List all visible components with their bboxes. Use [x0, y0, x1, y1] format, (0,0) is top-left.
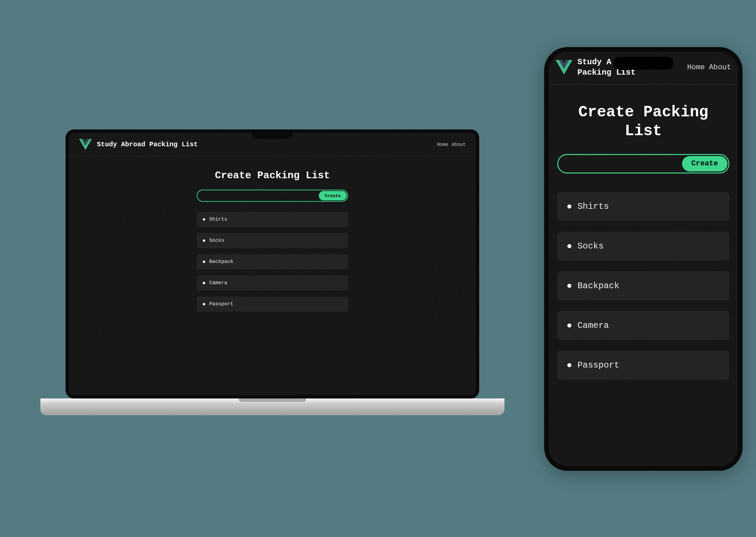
nav-home[interactable]: Home	[687, 63, 705, 72]
laptop-notch	[252, 133, 293, 139]
main-content: Create Packing List Create Shirts Socks	[69, 156, 476, 312]
item-label: Camera	[209, 280, 227, 286]
item-label: Shirts	[209, 217, 227, 222]
create-input-group: Create	[197, 190, 348, 202]
item-label: Camera	[577, 320, 609, 331]
nav-links: Home About	[687, 63, 731, 72]
vue-logo-icon	[556, 60, 572, 75]
packing-items-list: Shirts Socks Backpack Camera Passport	[557, 192, 729, 380]
item-label: Socks	[209, 238, 224, 243]
bullet-icon	[567, 204, 571, 208]
bullet-icon	[203, 303, 205, 305]
laptop-app-viewport: Study Abroad Packing List Home About Cre…	[69, 133, 476, 395]
bullet-icon	[567, 284, 571, 288]
brand[interactable]: Study Abroad Packing List	[79, 139, 198, 150]
bullet-icon	[203, 239, 205, 242]
phone-app-viewport: Study A Packing List Home About Create P…	[549, 52, 738, 466]
vue-logo-icon	[79, 139, 92, 150]
list-item[interactable]: Passport	[557, 351, 729, 380]
create-button[interactable]: Create	[319, 191, 347, 200]
list-item[interactable]: Camera	[197, 275, 348, 291]
item-label: Passport	[577, 360, 619, 370]
nav-about[interactable]: About	[452, 142, 466, 147]
app-title: Study Abroad Packing List	[97, 141, 198, 148]
phone-device-mockup: Study A Packing List Home About Create P…	[544, 47, 743, 471]
nav-about[interactable]: About	[709, 63, 731, 72]
nav-home[interactable]: Home	[437, 142, 448, 147]
phone-dynamic-island	[613, 57, 674, 70]
page-heading: Create Packing List	[557, 103, 729, 140]
app-header: Study Abroad Packing List Home About	[69, 139, 476, 156]
laptop-base	[40, 398, 504, 415]
nav-links: Home About	[437, 142, 466, 147]
bullet-icon	[203, 218, 205, 221]
create-input-group: Create	[557, 154, 729, 174]
laptop-device-mockup: Study Abroad Packing List Home About Cre…	[40, 129, 504, 435]
bullet-icon	[567, 244, 571, 248]
bullet-icon	[567, 323, 571, 328]
list-item[interactable]: Socks	[557, 232, 729, 261]
create-button[interactable]: Create	[682, 156, 727, 171]
item-label: Passport	[209, 301, 233, 307]
item-label: Backpack	[577, 281, 619, 291]
bullet-icon	[567, 363, 571, 367]
list-item[interactable]: Backpack	[197, 254, 348, 269]
item-name-input[interactable]	[558, 155, 681, 172]
bullet-icon	[203, 261, 205, 263]
item-label: Shirts	[577, 201, 609, 212]
list-item[interactable]: Shirts	[197, 212, 348, 227]
list-item[interactable]: Shirts	[557, 192, 729, 221]
item-label: Backpack	[209, 259, 233, 265]
page-heading: Create Packing List	[215, 170, 330, 181]
laptop-screen: Study Abroad Packing List Home About Cre…	[66, 129, 479, 398]
packing-items-list: Shirts Socks Backpack Camera	[197, 212, 348, 312]
item-name-input[interactable]	[197, 190, 318, 201]
list-item[interactable]: Socks	[197, 233, 348, 248]
list-item[interactable]: Passport	[197, 297, 348, 312]
bullet-icon	[203, 282, 205, 284]
item-label: Socks	[577, 241, 604, 251]
list-item[interactable]: Backpack	[557, 271, 729, 300]
main-content: Create Packing List Create Shirts Socks …	[549, 85, 738, 379]
list-item[interactable]: Camera	[557, 311, 729, 340]
